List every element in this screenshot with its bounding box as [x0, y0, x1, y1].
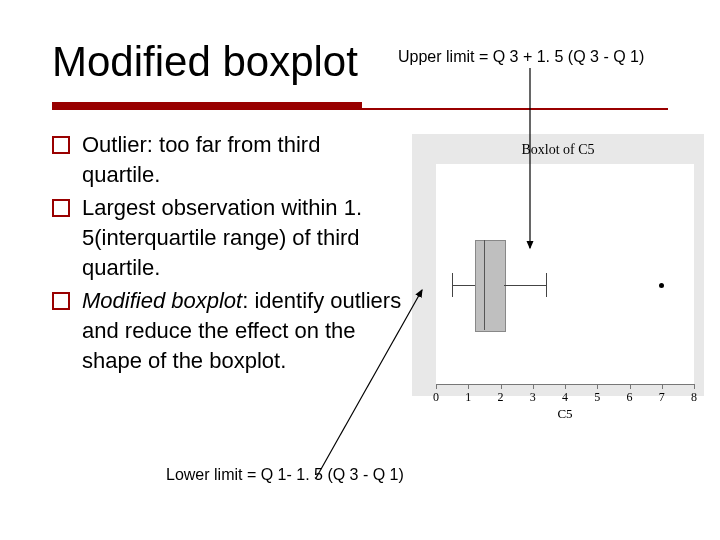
- tick: [597, 384, 598, 389]
- tick-label: 1: [465, 390, 471, 405]
- bullet-box-icon: [52, 199, 70, 217]
- tick-label: 0: [433, 390, 439, 405]
- whisker-upper: [504, 285, 546, 286]
- list-item: Modified boxplot: identify outliers and …: [52, 286, 402, 375]
- chart-title: Boxlot of C5: [412, 142, 704, 158]
- bullet-box-icon: [52, 292, 70, 310]
- whisker-cap: [546, 273, 547, 297]
- tick-label: 2: [498, 390, 504, 405]
- tick: [565, 384, 566, 389]
- tick-label: 5: [594, 390, 600, 405]
- tick: [501, 384, 502, 389]
- bullet-text: Outlier: too far from third quartile.: [82, 132, 320, 187]
- upper-limit-label: Upper limit = Q 3 + 1. 5 (Q 3 - Q 1): [398, 48, 644, 66]
- list-item: Largest observation within 1. 5(interqua…: [52, 193, 402, 282]
- boxplot-chart: Boxlot of C5 012345678 C5: [408, 130, 708, 430]
- list-item: Outlier: too far from third quartile.: [52, 130, 402, 189]
- bullet-italic: Modified boxplot: [82, 288, 242, 313]
- whisker-cap: [452, 273, 453, 297]
- page-title: Modified boxplot: [52, 38, 358, 86]
- tick-label: 6: [627, 390, 633, 405]
- iqr-box: [475, 240, 506, 332]
- tick-label: 7: [659, 390, 665, 405]
- tick: [468, 384, 469, 389]
- bullet-box-icon: [52, 136, 70, 154]
- lower-limit-label: Lower limit = Q 1- 1. 5 (Q 3 - Q 1): [166, 466, 404, 484]
- tick: [662, 384, 663, 389]
- outlier-point: [659, 283, 664, 288]
- chart-bg: Boxlot of C5 012345678 C5: [412, 134, 704, 396]
- rule-thin: [52, 108, 668, 110]
- tick: [694, 384, 695, 389]
- median-line: [484, 240, 485, 330]
- tick: [533, 384, 534, 389]
- tick: [630, 384, 631, 389]
- x-axis-label: C5: [436, 406, 694, 422]
- tick-label: 4: [562, 390, 568, 405]
- tick: [436, 384, 437, 389]
- whisker-lower: [452, 285, 475, 286]
- bullet-text: Largest observation within 1. 5(interqua…: [82, 195, 362, 279]
- tick-label: 8: [691, 390, 697, 405]
- slide: Modified boxplot Upper limit = Q 3 + 1. …: [0, 0, 720, 540]
- bullet-list: Outlier: too far from third quartile. La…: [52, 130, 402, 380]
- tick-label: 3: [530, 390, 536, 405]
